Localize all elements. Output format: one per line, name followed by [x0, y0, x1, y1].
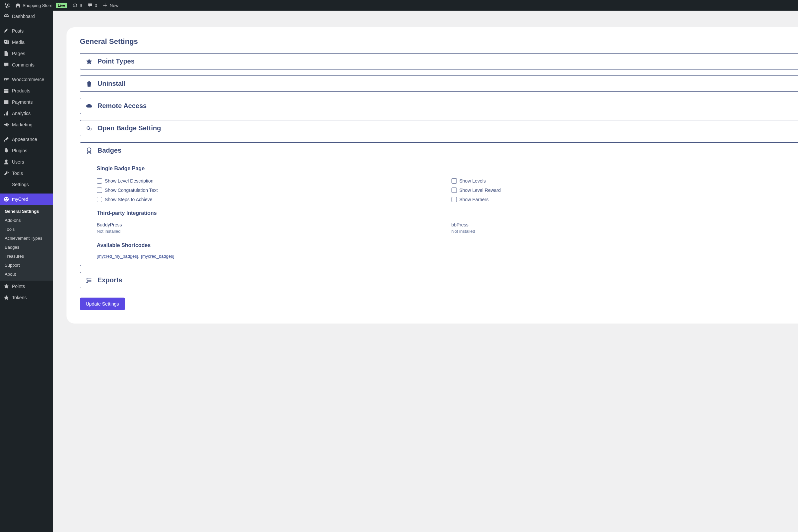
sidebar-item-label: Plugins	[12, 148, 27, 153]
sidebar-item-products[interactable]: Products	[0, 85, 53, 96]
sidebar-item-comments[interactable]: Comments	[0, 59, 53, 71]
accordion-header-badges[interactable]: Badges	[80, 142, 798, 158]
updates-count: 9	[80, 3, 82, 8]
accordion-title: Remote Access	[97, 102, 147, 110]
checkbox-congratulation-text[interactable]: Show Congratulation Text	[97, 186, 438, 195]
checkbox-label: Show Level Reward	[459, 188, 501, 193]
accordion-header-open-badge[interactable]: Open Badge Setting	[80, 120, 798, 136]
svg-point-1	[5, 198, 6, 199]
checkbox-label: Show Level Description	[105, 178, 153, 184]
checkbox-show-levels[interactable]: Show Levels	[452, 176, 793, 186]
admin-bar: Shopping Store Live 9 0 New	[0, 0, 798, 11]
sidebar-item-payments[interactable]: Payments	[0, 96, 53, 108]
badges-panel: Single Badge Page Show Level Description…	[80, 158, 798, 266]
submenu-general-settings[interactable]: General Settings	[0, 207, 53, 216]
bbpress-status: Not installed	[452, 229, 793, 234]
dashboard-icon	[3, 13, 9, 19]
page-title: General Settings	[80, 37, 798, 46]
submenu-about[interactable]: About	[0, 270, 53, 279]
comments-link[interactable]: 0	[85, 0, 100, 11]
site-link[interactable]: Shopping Store Live	[13, 0, 70, 11]
accordion-uninstall: Uninstall	[80, 75, 798, 92]
plus-icon	[102, 3, 108, 8]
submenu-achievement-types[interactable]: Achievement Types	[0, 234, 53, 243]
cloud-icon	[86, 102, 93, 110]
sidebar-item-marketing[interactable]: Marketing	[0, 119, 53, 130]
refresh-icon	[73, 3, 78, 8]
sidebar-item-pages[interactable]: Pages	[0, 48, 53, 59]
checkbox-input[interactable]	[452, 197, 457, 202]
media-icon	[3, 39, 9, 45]
sliders-icon	[3, 182, 9, 188]
accordion-header-uninstall[interactable]: Uninstall	[80, 76, 798, 92]
sidebar-item-tools[interactable]: Tools	[0, 168, 53, 179]
checkbox-show-level-reward[interactable]: Show Level Reward	[452, 186, 793, 195]
comments-count: 0	[95, 3, 97, 8]
accordion-title: Open Badge Setting	[97, 125, 161, 132]
admin-sidebar: Dashboard Posts Media Pages Comments Woo…	[0, 11, 53, 532]
shortcode-link-badges[interactable]: [mycred_badges]	[141, 254, 174, 259]
sidebar-item-mycred[interactable]: myCred	[0, 193, 53, 205]
sidebar-item-users[interactable]: Users	[0, 156, 53, 168]
submenu-tools[interactable]: Tools	[0, 225, 53, 234]
sidebar-item-label: Points	[12, 284, 25, 289]
checkbox-level-description[interactable]: Show Level Description	[97, 176, 438, 186]
pin-icon	[3, 28, 9, 34]
wrench-icon	[3, 170, 9, 176]
shortcodes-label: Available Shortcodes	[97, 242, 793, 248]
sidebar-item-plugins[interactable]: Plugins	[0, 145, 53, 156]
checkbox-show-earners[interactable]: Show Earners	[452, 195, 793, 204]
checkbox-input[interactable]	[97, 178, 102, 184]
third-party-label: Third-party Integrations	[97, 210, 793, 216]
shortcode-link-my-badges[interactable]: [mycred_my_badges]	[97, 254, 138, 259]
accordion-exports: Exports	[80, 272, 798, 288]
checkbox-label: Show Congratulation Text	[105, 188, 158, 193]
accordion-point-types: Point Types	[80, 53, 798, 70]
sidebar-item-label: Analytics	[12, 111, 31, 116]
sidebar-item-settings[interactable]: Settings	[0, 179, 53, 190]
payments-icon	[3, 99, 9, 105]
sidebar-item-appearance[interactable]: Appearance	[0, 134, 53, 145]
update-settings-button[interactable]: Update Settings	[80, 298, 125, 310]
checkbox-input[interactable]	[452, 188, 457, 193]
comma: ,	[138, 253, 141, 259]
checkbox-input[interactable]	[97, 197, 102, 202]
submenu-addons[interactable]: Add-ons	[0, 216, 53, 225]
sidebar-item-media[interactable]: Media	[0, 37, 53, 48]
sidebar-item-label: Pages	[12, 51, 25, 56]
analytics-icon	[3, 110, 9, 116]
sidebar-item-label: Tools	[12, 171, 23, 176]
wp-logo[interactable]	[2, 0, 13, 11]
user-icon	[3, 159, 9, 165]
accordion-open-badge: Open Badge Setting	[80, 120, 798, 136]
sidebar-item-label: Dashboard	[12, 14, 35, 19]
accordion-badges: Badges Single Badge Page Show Level Desc…	[80, 142, 798, 266]
new-label: New	[110, 3, 118, 8]
comment-icon	[3, 62, 9, 68]
submenu-treasures[interactable]: Treasures	[0, 252, 53, 261]
buddypress-label: BuddyPress	[97, 222, 438, 227]
comment-icon	[88, 3, 93, 8]
checkbox-steps-to-achieve[interactable]: Show Steps to Achieve	[97, 195, 438, 204]
new-link[interactable]: New	[100, 0, 121, 11]
accordion-header-exports[interactable]: Exports	[80, 272, 798, 288]
checkbox-label: Show Steps to Achieve	[105, 197, 152, 202]
sidebar-item-dashboard[interactable]: Dashboard	[0, 11, 53, 22]
checkbox-input[interactable]	[452, 178, 457, 184]
sidebar-item-points[interactable]: Points	[0, 281, 53, 292]
submenu-badges[interactable]: Badges	[0, 243, 53, 252]
sidebar-item-label: WooCommerce	[12, 77, 44, 82]
trash-icon	[86, 80, 93, 88]
updates-link[interactable]: 9	[70, 0, 85, 11]
sidebar-item-tokens[interactable]: Tokens	[0, 292, 53, 303]
accordion-header-remote-access[interactable]: Remote Access	[80, 98, 798, 114]
checkbox-label: Show Earners	[459, 197, 489, 202]
sidebar-item-analytics[interactable]: Analytics	[0, 108, 53, 119]
accordion-header-point-types[interactable]: Point Types	[80, 54, 798, 69]
submenu-support[interactable]: Support	[0, 261, 53, 270]
single-badge-label: Single Badge Page	[97, 166, 793, 172]
sidebar-item-posts[interactable]: Posts	[0, 25, 53, 37]
checkbox-input[interactable]	[97, 188, 102, 193]
products-icon	[3, 88, 9, 94]
sidebar-item-woocommerce[interactable]: WooCommerce	[0, 74, 53, 85]
